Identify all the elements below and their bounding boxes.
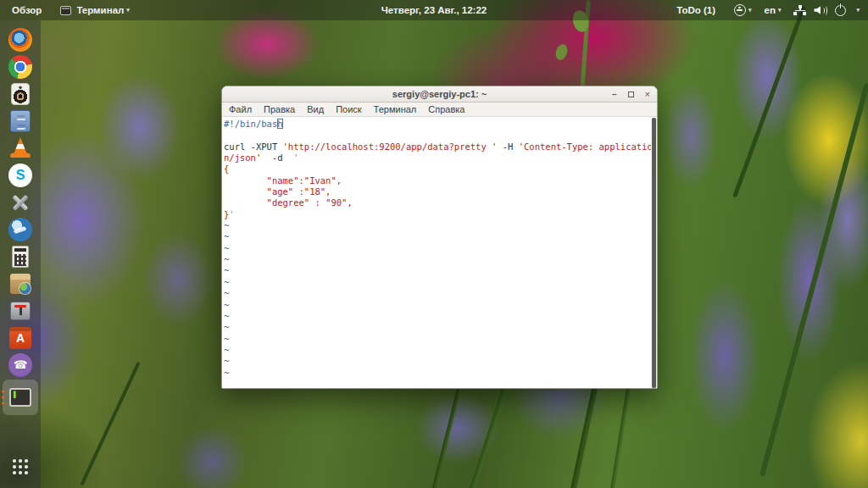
terminal-mini-icon — [60, 6, 71, 15]
keyboard-layout-menu[interactable]: en ▾ — [765, 5, 782, 15]
minimize-button[interactable]: – — [612, 92, 617, 97]
todo-indicator[interactable]: ToDo (1) — [676, 5, 715, 15]
volume-icon — [814, 5, 827, 15]
terminal-line: ~ — [224, 277, 649, 288]
terminal-line: ~ — [224, 345, 649, 356]
show-apps-button[interactable] — [3, 454, 38, 480]
maximize-button[interactable] — [628, 92, 634, 97]
text-segment: -d — [261, 152, 293, 163]
dock-item-software[interactable] — [3, 271, 38, 296]
dock-item-viber[interactable]: ☎ — [3, 352, 38, 377]
accessibility-icon — [734, 4, 746, 16]
dock-item-switch[interactable] — [3, 298, 38, 323]
accessibility-menu[interactable]: ▾ — [734, 4, 752, 16]
text-segment: ~ — [224, 265, 229, 275]
menu-item-edit[interactable]: Правка — [264, 104, 295, 114]
skype-icon: S — [8, 164, 32, 187]
dock-item-thunderbird[interactable] — [3, 217, 38, 241]
running-windows-dots — [2, 391, 4, 405]
terminal-line: "name":"Ivan", — [224, 175, 649, 186]
dock-item-tools[interactable] — [3, 190, 38, 214]
terminal-window: sergiy@sergiy-pc1: ~ – × ФайлПравкаВидПо… — [221, 86, 658, 389]
text-segment: ~ — [224, 300, 229, 310]
text-segment: ~ — [224, 345, 229, 355]
dock-item-chromium[interactable] — [3, 54, 38, 79]
terminal-line — [224, 130, 649, 141]
dock-item-vlc[interactable] — [3, 136, 38, 160]
chevron-down-icon: ▾ — [856, 7, 860, 14]
terminal-icon: ▌ — [9, 388, 31, 407]
tools-icon — [9, 191, 31, 214]
dock-item-calculator[interactable] — [3, 244, 38, 269]
terminal-line: ~ — [224, 265, 649, 276]
stem — [80, 362, 140, 486]
viber-icon: ☎ — [8, 353, 32, 377]
menu-item-terminal[interactable]: Терминал — [374, 104, 417, 114]
stem — [760, 82, 868, 476]
dock-item-skype[interactable]: S — [3, 163, 38, 187]
dock-item-appa[interactable]: A — [3, 325, 38, 350]
calculator-icon — [12, 246, 29, 268]
menu-item-help[interactable]: Справка — [428, 104, 465, 114]
text-segment: ' — [293, 152, 298, 163]
terminal-line: "age" :"18", — [224, 186, 649, 197]
switch-icon — [10, 302, 31, 320]
text-segment: ~ — [224, 322, 229, 332]
text-segment: { — [224, 164, 229, 174]
clock[interactable]: Четверг, 23 Авг., 12:22 — [381, 5, 487, 15]
network-icon — [793, 5, 806, 16]
menu-item-search[interactable]: Поиск — [336, 104, 361, 114]
terminal-line: #!/bin/bash — [224, 119, 649, 130]
scrollbar-thumb[interactable] — [652, 118, 656, 388]
text-segment: ~ — [224, 288, 229, 298]
text-segment: ~ — [224, 254, 229, 264]
terminal-line: { — [224, 164, 649, 175]
audio-icon — [11, 83, 30, 105]
text-segment: ~ — [224, 356, 229, 366]
app-menu-label: Терминал — [76, 5, 124, 15]
text-segment: 'Content-Type: applicatio — [519, 141, 653, 152]
text-segment: "degree" : "90", — [224, 197, 353, 208]
text-segment: ' — [229, 209, 234, 219]
dock-item-firefox[interactable] — [3, 27, 38, 52]
power-icon — [835, 5, 846, 16]
terminal-content[interactable]: #!/bin/bash curl -XPUT 'http://localhost… — [222, 118, 657, 388]
dock-item-files[interactable] — [3, 108, 38, 133]
close-button[interactable]: × — [645, 89, 650, 99]
terminal-line: ~ — [224, 254, 649, 265]
text-segment: "age" :"18", — [224, 186, 331, 197]
terminal-line: ~ — [224, 322, 649, 333]
vim-status-line: 1,11 Весь — [224, 376, 649, 387]
terminal-line: n/json' -d ' — [224, 152, 649, 164]
terminal-line: curl -XPUT 'http://localhost:9200/app/da… — [224, 141, 649, 152]
chromium-icon — [8, 55, 32, 79]
dock-item-terminal[interactable]: ▌ — [3, 380, 38, 415]
dock-item-audio[interactable] — [3, 81, 38, 106]
terminal-line: ~ — [224, 288, 649, 299]
apps-grid-icon — [19, 465, 22, 469]
desktop: Обзор Терминал ▾ Четверг, 23 Авг., 12:22… — [0, 0, 868, 488]
text-segment: ~ — [224, 220, 229, 230]
text-segment: ~ — [224, 277, 229, 287]
system-menu[interactable]: ▾ — [793, 5, 860, 16]
firefox-icon — [8, 28, 32, 52]
terminal-line: ~ — [224, 220, 649, 231]
text-segment: curl -XPUT — [224, 141, 283, 152]
software-icon — [10, 274, 31, 294]
text-segment: ~ — [224, 243, 229, 253]
files-icon — [10, 110, 31, 132]
terminal-line: "degree" : "90", — [224, 197, 649, 208]
window-controls: – × — [612, 86, 650, 102]
text-segment: ~ — [224, 334, 229, 344]
app-menu[interactable]: Терминал ▾ — [60, 5, 129, 15]
terminal-line: ~ — [224, 334, 649, 345]
title-bar[interactable]: sergiy@sergiy-pc1: ~ – × — [222, 86, 657, 103]
activities-button[interactable]: Обзор — [12, 5, 42, 15]
vlc-icon — [9, 137, 31, 159]
scrollbar — [651, 118, 657, 388]
menu-item-view[interactable]: Вид — [307, 104, 324, 114]
terminal-line: ~ — [224, 300, 649, 311]
text-segment: #!/bin/bas — [224, 119, 277, 129]
menu-item-file[interactable]: Файл — [229, 104, 252, 114]
terminal-line: }' — [224, 209, 649, 220]
